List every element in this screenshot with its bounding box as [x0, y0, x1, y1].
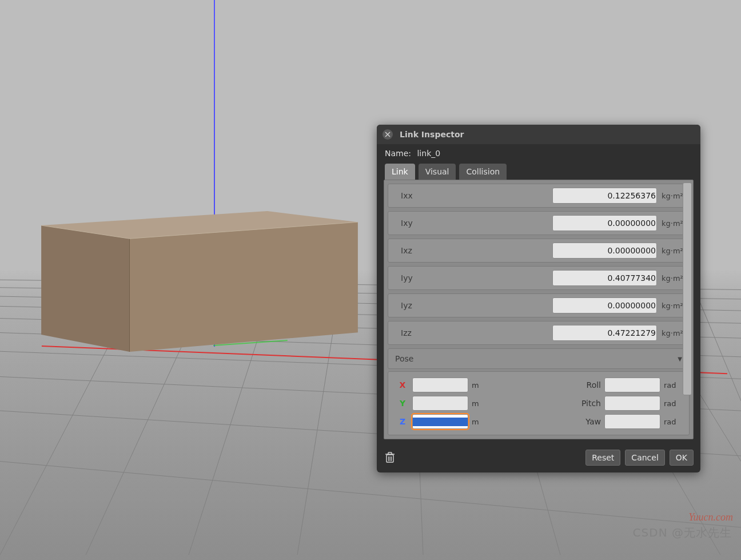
input-ixx[interactable]: ▲▼ — [552, 188, 657, 204]
pose-grid: X ▲▼ m Roll ▲▼ rad Y ▲▼ m — [388, 371, 690, 435]
model-box[interactable] — [35, 211, 364, 352]
row-ixy: Ixy ▲▼ kg·m² — [388, 211, 690, 235]
label-izz: Izz — [401, 328, 412, 337]
unit-ixy: kg·m² — [662, 219, 683, 228]
label-ixy: Ixy — [401, 219, 413, 228]
input-roll[interactable]: ▲▼ — [604, 378, 660, 392]
cancel-button[interactable]: Cancel — [625, 450, 664, 466]
ok-button[interactable]: OK — [670, 450, 694, 466]
pose-header[interactable]: Pose ▼ — [388, 348, 690, 369]
svg-line-11 — [86, 269, 217, 555]
input-ixx-field[interactable] — [553, 191, 657, 200]
input-pitch[interactable]: ▲▼ — [604, 396, 660, 411]
svg-marker-20 — [41, 225, 129, 352]
input-ixz[interactable]: ▲▼ — [552, 243, 657, 259]
input-iyy-field[interactable] — [553, 273, 657, 283]
label-pitch: Pitch — [572, 399, 601, 408]
axis-y — [213, 340, 288, 346]
label-x: X — [396, 380, 409, 390]
unit-ixz: kg·m² — [662, 247, 683, 255]
name-row: Name: link_0 — [377, 144, 700, 164]
row-ixz: Ixz ▲▼ kg·m² — [388, 239, 690, 263]
name-label: Name: — [385, 149, 411, 158]
row-ixx: Ixx ▲▼ kg·m² — [388, 184, 690, 208]
unit-roll: rad — [664, 381, 681, 390]
dialog-button-bar: Reset Cancel OK — [377, 446, 700, 472]
input-ixz-field[interactable] — [553, 246, 657, 255]
unit-z: m — [472, 418, 483, 426]
tab-visual[interactable]: Visual — [419, 164, 456, 180]
reset-button[interactable]: Reset — [585, 450, 620, 466]
unit-yaw: rad — [664, 418, 681, 426]
chevron-down-icon: ▼ — [678, 356, 682, 362]
label-z: Z — [396, 417, 409, 426]
input-izz[interactable]: ▲▼ — [552, 325, 657, 341]
input-izz-field[interactable] — [553, 328, 657, 337]
tab-collision[interactable]: Collision — [459, 164, 507, 180]
viewport-3d[interactable]: Link Inspector Name: link_0 Link Visual … — [0, 0, 741, 560]
label-ixz: Ixz — [401, 246, 412, 255]
label-y: Y — [396, 399, 409, 408]
watermark-csdn: CSDN @无水先生 — [633, 525, 732, 541]
input-z[interactable]: ▲▼ — [412, 414, 468, 429]
unit-iyz: kg·m² — [662, 301, 683, 310]
pose-header-label: Pose — [395, 354, 413, 363]
input-x-field[interactable] — [413, 381, 468, 390]
input-iyy[interactable]: ▲▼ — [552, 270, 657, 286]
label-ixx: Ixx — [401, 191, 413, 200]
svg-marker-19 — [41, 211, 358, 239]
input-pitch-field[interactable] — [605, 399, 660, 408]
watermark-yuucn: Yuucn.com — [688, 511, 733, 523]
input-iyz[interactable]: ▲▼ — [552, 297, 657, 313]
row-izz: Izz ▲▼ kg·m² — [388, 321, 690, 345]
row-iyy: Iyy ▲▼ kg·m² — [388, 266, 690, 290]
axis-z — [214, 0, 215, 347]
unit-y: m — [472, 399, 483, 408]
unit-x: m — [472, 381, 483, 390]
svg-marker-21 — [130, 222, 358, 352]
input-y-field[interactable] — [413, 399, 468, 408]
input-z-field[interactable] — [413, 418, 468, 426]
input-iyz-field[interactable] — [553, 301, 657, 310]
svg-line-10 — [0, 269, 149, 555]
scroll-thumb[interactable] — [683, 182, 692, 395]
svg-line-24 — [130, 222, 358, 239]
name-value: link_0 — [417, 149, 440, 158]
svg-line-23 — [41, 225, 129, 239]
tab-link[interactable]: Link — [385, 164, 415, 180]
link-panel: Ixx ▲▼ kg·m² Ixy ▲▼ kg·m² — [384, 180, 694, 439]
dialog-titlebar[interactable]: Link Inspector — [377, 125, 700, 144]
label-yaw: Yaw — [572, 417, 601, 426]
input-y[interactable]: ▲▼ — [412, 396, 468, 411]
close-icon[interactable] — [383, 129, 393, 140]
input-x[interactable]: ▲▼ — [412, 378, 468, 392]
input-ixy-field[interactable] — [553, 219, 657, 228]
tab-bar: Link Visual Collision — [377, 164, 700, 180]
label-iyy: Iyy — [401, 273, 413, 283]
input-ixy[interactable]: ▲▼ — [552, 215, 657, 231]
link-inspector-dialog: Link Inspector Name: link_0 Link Visual … — [377, 125, 700, 472]
svg-line-12 — [189, 269, 280, 555]
unit-pitch: rad — [664, 399, 681, 408]
label-iyz: Iyz — [401, 301, 412, 310]
unit-ixx: kg·m² — [662, 192, 683, 200]
label-roll: Roll — [572, 380, 601, 390]
input-roll-field[interactable] — [605, 381, 660, 390]
scrollbar[interactable] — [684, 182, 692, 436]
unit-iyy: kg·m² — [662, 274, 683, 283]
unit-izz: kg·m² — [662, 329, 683, 337]
trash-icon[interactable] — [385, 452, 395, 463]
row-iyz: Iyz ▲▼ kg·m² — [388, 293, 690, 317]
input-yaw[interactable]: ▲▼ — [604, 414, 660, 429]
svg-line-13 — [297, 269, 343, 555]
dialog-title: Link Inspector — [400, 130, 464, 139]
input-yaw-field[interactable] — [605, 418, 660, 426]
